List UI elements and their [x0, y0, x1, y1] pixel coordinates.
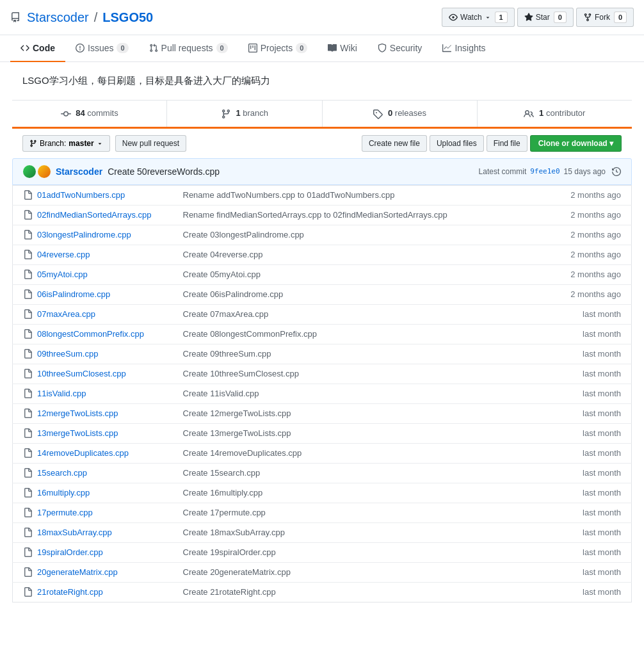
new-pull-request-button[interactable]: New pull request	[115, 135, 186, 152]
file-name-link[interactable]: 09threeSum.cpp	[37, 349, 98, 359]
commit-info: Starscoder Create 50reverseWords.cpp	[23, 165, 220, 178]
file-name-link[interactable]: 03longestPalindrome.cpp	[37, 230, 131, 239]
file-message: Create 13mergeTwoLists.cpp	[173, 423, 549, 443]
table-row: 18maxSubArray.cpp Create 18maxSubArray.c…	[13, 522, 632, 542]
code-icon	[20, 44, 29, 53]
stat-contributors[interactable]: 1 contributor	[478, 101, 632, 127]
file-icon	[23, 210, 33, 220]
tab-insights-label: Insights	[455, 43, 485, 53]
fork-count: 0	[614, 12, 627, 23]
file-name-cell: 16multiply.cpp	[13, 483, 173, 503]
repo-description: LSGO学习小组，每日刷题，目标是具备进入大厂的编码力	[12, 62, 632, 101]
tab-insights[interactable]: Insights	[432, 35, 495, 62]
file-name-link[interactable]: 08longestCommonPrefix.cpp	[37, 329, 144, 339]
file-name-cell: 08longestCommonPrefix.cpp	[13, 324, 173, 344]
file-time: last month	[549, 522, 632, 542]
commit-hash-link[interactable]: 9fee1e0	[530, 167, 559, 175]
file-time: last month	[549, 542, 632, 562]
file-message: Create 14removeDuplicates.cpp	[173, 443, 549, 463]
tab-projects[interactable]: Projects 0	[238, 35, 318, 62]
table-row: 19spiralOrder.cpp Create 19spiralOrder.c…	[13, 542, 632, 562]
file-name-link[interactable]: 01addTwoNumbers.cpp	[37, 190, 125, 200]
file-name-link[interactable]: 12mergeTwoLists.cpp	[37, 408, 118, 418]
file-name-link[interactable]: 21rotateRight.cpp	[37, 587, 103, 597]
upload-files-button[interactable]: Upload files	[430, 135, 484, 152]
tab-issues[interactable]: Issues 0	[65, 35, 139, 62]
file-name-link[interactable]: 02findMedianSortedArrays.cpp	[37, 210, 152, 220]
watch-button[interactable]: Watch 1	[442, 8, 515, 27]
file-time: 2 months ago	[549, 185, 632, 205]
tab-projects-label: Projects	[261, 43, 293, 53]
file-name-link[interactable]: 14removeDuplicates.cpp	[37, 448, 129, 458]
tab-wiki[interactable]: Wiki	[318, 35, 367, 62]
file-name-link[interactable]: 19spiralOrder.cpp	[37, 547, 103, 557]
file-message: Create 04reverse.cpp	[173, 245, 549, 264]
tab-pull-requests[interactable]: Pull requests 0	[139, 35, 238, 62]
file-time: last month	[549, 483, 632, 503]
create-new-button[interactable]: Create new file	[362, 135, 427, 152]
file-name-link[interactable]: 20generateMatrix.cpp	[37, 567, 118, 577]
file-time: last month	[549, 443, 632, 463]
repo-name-link[interactable]: LSGO50	[102, 10, 153, 25]
table-row: 03longestPalindrome.cpp Create 03longest…	[13, 225, 632, 245]
file-name-link[interactable]: 11isValid.cpp	[37, 389, 86, 398]
contributors-count: 1	[539, 108, 543, 118]
star-label: Star	[536, 13, 550, 22]
star-button[interactable]: Star 0	[517, 8, 574, 27]
security-icon	[378, 44, 387, 53]
issues-badge: 0	[117, 43, 128, 53]
file-message: Create 06isPalindrome.cpp	[173, 284, 549, 304]
branch-selector[interactable]: Branch: master	[22, 135, 110, 152]
tab-security[interactable]: Security	[367, 35, 433, 62]
file-name-link[interactable]: 16multiply.cpp	[37, 488, 90, 497]
file-time: last month	[549, 344, 632, 364]
file-name-cell: 01addTwoNumbers.cpp	[13, 185, 173, 205]
commit-author[interactable]: Starscoder	[56, 166, 102, 177]
file-name-link[interactable]: 17permute.cpp	[37, 508, 93, 517]
fork-button[interactable]: Fork 0	[576, 8, 634, 27]
clone-download-button[interactable]: Clone or download ▾	[530, 135, 622, 152]
table-row: 07maxArea.cpp Create 07maxArea.cpp last …	[13, 304, 632, 324]
eye-icon	[449, 13, 458, 22]
find-file-button[interactable]: Find file	[487, 135, 527, 152]
file-icon	[23, 528, 33, 538]
file-time: last month	[549, 463, 632, 483]
file-icon	[23, 250, 33, 260]
file-message: Create 21rotateRight.cpp	[173, 582, 549, 602]
pull-request-icon	[149, 44, 158, 53]
stat-commits[interactable]: 84 commits	[12, 101, 167, 127]
file-icon	[23, 547, 33, 558]
file-message: Create 07maxArea.cpp	[173, 304, 549, 324]
stat-releases[interactable]: 0 releases	[323, 101, 478, 127]
table-row: 10threeSumClosest.cpp Create 10threeSumC…	[13, 364, 632, 384]
branch-small-icon	[29, 140, 37, 147]
file-table: 01addTwoNumbers.cpp Rename addTwoNumbers…	[12, 185, 632, 602]
stat-branch[interactable]: 1 branch	[167, 101, 322, 127]
main-content: LSGO学习小组，每日刷题，目标是具备进入大厂的编码力 84 commits 1…	[2, 62, 642, 602]
file-name-link[interactable]: 06isPalindrome.cpp	[37, 289, 110, 299]
file-name-link[interactable]: 10threeSumClosest.cpp	[37, 369, 126, 378]
table-row: 14removeDuplicates.cpp Create 14removeDu…	[13, 443, 632, 463]
tab-issues-label: Issues	[88, 43, 113, 53]
file-icon	[23, 408, 33, 419]
tab-code[interactable]: Code	[10, 35, 65, 62]
file-name-link[interactable]: 18maxSubArray.cpp	[37, 528, 112, 537]
history-icon	[612, 167, 621, 176]
file-message: Create 17permute.cpp	[173, 503, 549, 522]
file-name-link[interactable]: 13mergeTwoLists.cpp	[37, 428, 118, 438]
table-row: 20generateMatrix.cpp Create 20generateMa…	[13, 562, 632, 582]
branch-count: 1	[236, 108, 240, 118]
file-name-link[interactable]: 05myAtoi.cpp	[37, 270, 88, 279]
title-slash: /	[94, 10, 98, 25]
owner-link[interactable]: Starscoder	[27, 10, 89, 25]
file-icon	[23, 428, 33, 439]
contributors-label: contributor	[546, 108, 585, 118]
repo-header: Starscoder / LSGO50 Watch 1 Star 0 Fork …	[0, 0, 644, 35]
file-time: 2 months ago	[549, 284, 632, 304]
file-name-cell: 11isValid.cpp	[13, 384, 173, 403]
file-name-link[interactable]: 04reverse.cpp	[37, 250, 90, 259]
table-row: 15search.cpp Create 15search.cpp last mo…	[13, 463, 632, 483]
file-name-link[interactable]: 15search.cpp	[37, 468, 87, 478]
file-message: Create 16multiply.cpp	[173, 483, 549, 503]
file-name-link[interactable]: 07maxArea.cpp	[37, 309, 95, 319]
